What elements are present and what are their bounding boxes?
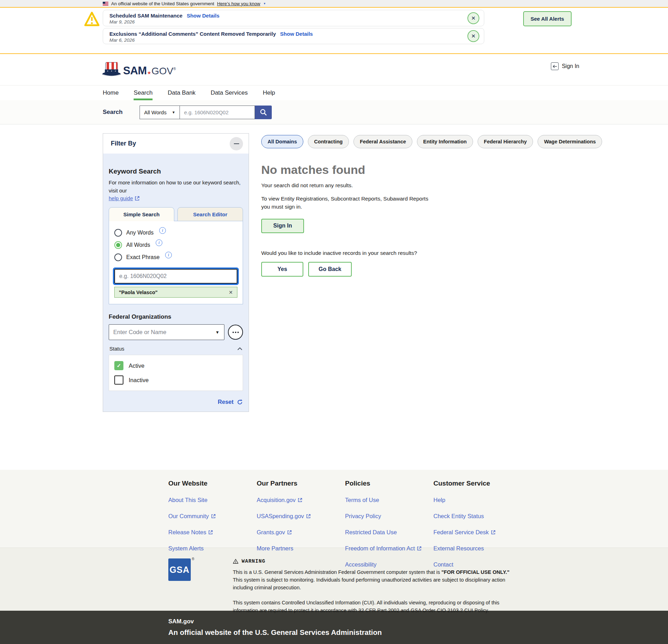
how-you-know-link[interactable]: Here’s how you know bbox=[217, 1, 260, 6]
logo-star-icon: ★ bbox=[147, 70, 151, 75]
status-section-header[interactable]: Status bbox=[109, 346, 243, 352]
help-guide-link[interactable]: help guide bbox=[109, 195, 140, 201]
footer-column-customer-service: Customer Service Help Check Entity Statu… bbox=[433, 480, 522, 548]
collapse-filters-button[interactable] bbox=[230, 137, 243, 150]
radio-exact-phrase-label: Exact Phrase bbox=[126, 254, 160, 260]
external-link-icon bbox=[287, 530, 292, 535]
footer-link-more-partners[interactable]: More Partners bbox=[257, 545, 345, 552]
external-link-icon bbox=[211, 514, 216, 518]
help-guide-label: help guide bbox=[109, 195, 133, 201]
remove-chip-button[interactable]: ✕ bbox=[229, 290, 233, 295]
footer-link-external-resources[interactable]: External Resources bbox=[433, 545, 522, 552]
footer-heading: Customer Service bbox=[433, 480, 522, 487]
nav-item-help[interactable]: Help bbox=[263, 86, 275, 100]
chevron-down-icon: ▾ bbox=[264, 2, 265, 5]
alert-title: Exclusions “Additional Comments” Content… bbox=[109, 31, 276, 37]
close-alert-button[interactable]: ✕ bbox=[467, 30, 479, 42]
footer-column-our-partners: Our Partners Acquisition.gov USASpending… bbox=[257, 480, 345, 548]
nav-item-home[interactable]: Home bbox=[103, 86, 119, 100]
filter-panel-header: Filter By bbox=[103, 134, 249, 154]
footer-links: Our Website About This Site Our Communit… bbox=[0, 470, 668, 548]
nav-item-data-bank[interactable]: Data Bank bbox=[168, 86, 195, 100]
info-icon[interactable]: i bbox=[165, 252, 172, 258]
external-link-icon bbox=[208, 530, 213, 535]
close-alert-button[interactable]: ✕ bbox=[467, 12, 479, 24]
checkbox-inactive-label: Inactive bbox=[129, 377, 149, 384]
sign-in-required-message: To view Entity Registrations, Subcontrac… bbox=[261, 195, 438, 211]
reset-filters-button[interactable]: Reset bbox=[109, 399, 243, 405]
show-details-link[interactable]: Show Details bbox=[280, 31, 313, 37]
footer-heading: Our Partners bbox=[257, 480, 345, 487]
domain-tab-federal-hierarchy[interactable]: Federal Hierarchy bbox=[478, 135, 533, 148]
warning-paragraph-1: This is a U.S. General Services Administ… bbox=[233, 569, 513, 591]
domain-tab-wage-determinations[interactable]: Wage Determinations bbox=[538, 135, 602, 148]
nav-item-search[interactable]: Search bbox=[134, 86, 153, 100]
sam-gov-logo[interactable]: SAM ★ GOV ® bbox=[102, 61, 176, 77]
checkbox-active[interactable]: ✓ bbox=[114, 361, 123, 370]
checkbox-inactive[interactable] bbox=[114, 375, 123, 385]
radio-exact-phrase[interactable] bbox=[114, 253, 122, 261]
radio-all-words-label: All Words bbox=[126, 242, 150, 248]
show-details-link[interactable]: Show Details bbox=[187, 13, 219, 19]
footer-link-release-notes[interactable]: Release Notes bbox=[168, 529, 257, 536]
footer-link-privacy-policy[interactable]: Privacy Policy bbox=[345, 513, 433, 520]
footer-link-terms-of-use[interactable]: Terms of Use bbox=[345, 497, 433, 503]
alerts-section: Scheduled SAM Maintenance Show Details M… bbox=[0, 8, 668, 54]
see-all-alerts-button[interactable]: See All Alerts bbox=[523, 11, 572, 26]
tab-search-editor[interactable]: Search Editor bbox=[177, 207, 243, 221]
keyword-chip-label: "Paola Velasco" bbox=[119, 290, 157, 295]
footer-link-restricted-data-use[interactable]: Restricted Data Use bbox=[345, 529, 433, 536]
footer-link-federal-service-desk[interactable]: Federal Service Desk bbox=[433, 529, 522, 536]
alert-title: Scheduled SAM Maintenance bbox=[109, 13, 182, 19]
gov-banner: An official website of the United States… bbox=[0, 0, 668, 8]
reset-label: Reset bbox=[218, 399, 234, 405]
search-mode-select[interactable]: All Words ▼ bbox=[140, 106, 180, 119]
alert-date: Mar 6, 2026 bbox=[109, 38, 463, 43]
domain-tab-entity-information[interactable]: Entity Information bbox=[417, 135, 473, 148]
footer-link-usaspending-gov[interactable]: USASpending.gov bbox=[257, 513, 345, 520]
gsa-logo: GSA bbox=[168, 558, 191, 581]
domain-tab-all-domains[interactable]: All Domains bbox=[261, 135, 303, 148]
radio-all-words[interactable] bbox=[114, 241, 122, 249]
footer-link-help[interactable]: Help bbox=[433, 497, 522, 503]
warning-icon bbox=[233, 559, 238, 564]
no-matches-title: No matches found bbox=[261, 163, 556, 177]
footer-link-check-entity-status[interactable]: Check Entity Status bbox=[433, 513, 522, 520]
external-link-icon bbox=[491, 530, 495, 535]
federal-org-input[interactable] bbox=[109, 324, 224, 340]
keyword-search-input[interactable] bbox=[114, 269, 237, 284]
yes-button[interactable]: Yes bbox=[261, 262, 303, 277]
checkbox-active-label: Active bbox=[129, 362, 144, 369]
footer-link-our-community[interactable]: Our Community bbox=[168, 513, 257, 520]
header-sign-in-link[interactable]: Sign In bbox=[551, 62, 579, 70]
org-more-options-button[interactable] bbox=[228, 325, 243, 340]
footer-sam-gov-title: SAM.gov bbox=[168, 618, 668, 625]
footer-link-acquisition-gov[interactable]: Acquisition.gov bbox=[257, 497, 345, 503]
domain-tab-federal-assistance[interactable]: Federal Assistance bbox=[353, 135, 412, 148]
main-content: Filter By Keyword Search For more inform… bbox=[0, 124, 668, 470]
footer-column-policies: Policies Terms of Use Privacy Policy Res… bbox=[345, 480, 433, 548]
footer-link-system-alerts[interactable]: System Alerts bbox=[168, 545, 257, 552]
footer-link-about-this-site[interactable]: About This Site bbox=[168, 497, 257, 503]
us-flag-icon bbox=[103, 2, 108, 6]
search-mode-value: All Words bbox=[144, 109, 167, 115]
status-options-box: ✓ Active Inactive bbox=[109, 355, 243, 391]
go-back-button[interactable]: Go Back bbox=[308, 262, 352, 277]
logo-sam-text: SAM bbox=[123, 65, 147, 77]
warning-block: WARNING This is a U.S. General Services … bbox=[233, 558, 513, 611]
tab-simple-search[interactable]: Simple Search bbox=[109, 207, 174, 221]
radio-any-words[interactable] bbox=[114, 229, 122, 237]
info-icon[interactable]: i bbox=[159, 227, 166, 234]
alert-date: Mar 9, 2026 bbox=[109, 19, 463, 25]
minus-icon bbox=[234, 143, 239, 144]
domain-tab-contracting[interactable]: Contracting bbox=[308, 135, 349, 148]
top-search-input[interactable] bbox=[180, 106, 255, 119]
keyword-help-text: For more information on how to use our k… bbox=[109, 179, 241, 194]
footer-heading: Policies bbox=[345, 480, 433, 487]
footer-link-grants-gov[interactable]: Grants.gov bbox=[257, 529, 345, 536]
nav-item-data-services[interactable]: Data Services bbox=[211, 86, 248, 100]
footer-link-foia[interactable]: Freedom of Information Act bbox=[345, 545, 433, 552]
info-icon[interactable]: i bbox=[156, 239, 162, 246]
sign-in-button[interactable]: Sign In bbox=[261, 219, 304, 233]
search-submit-button[interactable] bbox=[255, 106, 272, 119]
